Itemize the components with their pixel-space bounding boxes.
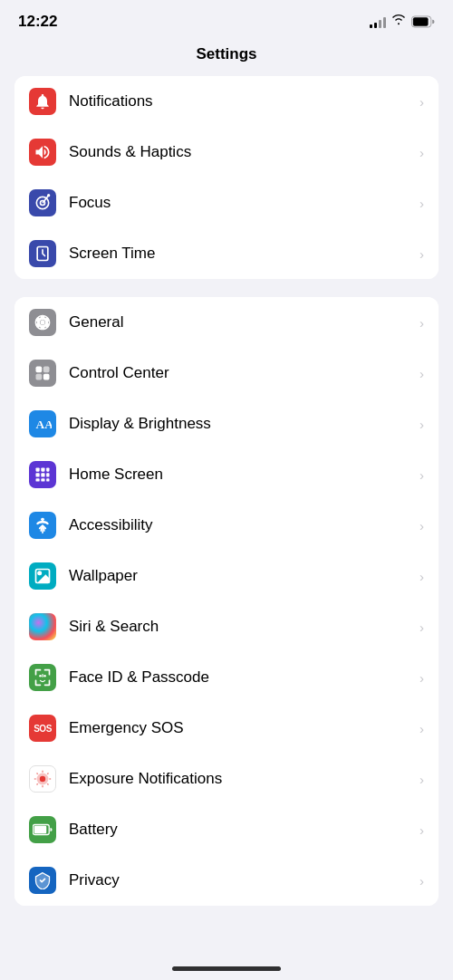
sounds-icon	[29, 139, 56, 166]
chevron-icon: ›	[419, 518, 424, 533]
svg-rect-15	[46, 473, 49, 476]
svg-rect-11	[41, 468, 44, 472]
home-screen-label: Home Screen	[69, 465, 412, 485]
wallpaper-icon	[29, 562, 56, 590]
general-label: General	[69, 312, 412, 332]
sidebar-item-privacy[interactable]: Privacy ›	[14, 855, 439, 906]
svg-rect-1	[413, 17, 429, 25]
control-center-label: Control Center	[69, 363, 412, 383]
emergency-sos-label: Emergency SOS	[69, 718, 412, 738]
sidebar-item-exposure[interactable]: Exposure Notifications ›	[14, 754, 439, 804]
svg-rect-36	[34, 826, 47, 833]
svg-text:AA: AA	[36, 418, 53, 431]
svg-rect-12	[46, 468, 49, 472]
page-title: Settings	[0, 38, 453, 76]
svg-line-31	[36, 773, 37, 773]
display-brightness-icon: AA	[29, 410, 56, 437]
chevron-icon: ›	[419, 315, 424, 331]
chevron-icon: ›	[419, 145, 424, 160]
svg-rect-17	[41, 478, 44, 481]
sidebar-item-focus[interactable]: Focus ›	[14, 178, 439, 228]
status-icons	[370, 14, 435, 30]
accessibility-label: Accessibility	[69, 515, 412, 535]
chevron-icon: ›	[419, 822, 424, 838]
focus-icon	[29, 189, 56, 216]
svg-point-2	[47, 194, 50, 197]
svg-rect-8	[43, 374, 50, 380]
svg-rect-7	[36, 374, 43, 380]
sidebar-item-emergency-sos[interactable]: SOS Emergency SOS ›	[14, 703, 439, 754]
privacy-label: Privacy	[69, 870, 412, 890]
notifications-icon	[29, 88, 56, 115]
notifications-label: Notifications	[69, 91, 412, 111]
svg-point-23	[39, 675, 42, 677]
wallpaper-label: Wallpaper	[69, 566, 412, 586]
chevron-icon: ›	[419, 366, 424, 381]
sidebar-item-screen-time[interactable]: Screen Time ›	[14, 228, 439, 279]
sidebar-item-sounds-haptics[interactable]: Sounds & Haptics ›	[14, 127, 439, 178]
chevron-icon: ›	[419, 569, 424, 584]
sidebar-item-siri-search[interactable]: Siri & Search ›	[14, 601, 439, 652]
sounds-haptics-label: Sounds & Haptics	[69, 142, 412, 162]
display-brightness-label: Display & Brightness	[69, 414, 412, 434]
home-screen-icon	[29, 461, 56, 488]
svg-point-20	[41, 518, 43, 521]
sidebar-item-wallpaper[interactable]: Wallpaper ›	[14, 551, 439, 601]
svg-rect-16	[36, 478, 40, 481]
general-icon	[29, 309, 56, 336]
chevron-icon: ›	[419, 417, 424, 432]
exposure-icon	[29, 765, 56, 793]
chevron-icon: ›	[419, 196, 424, 211]
svg-rect-13	[36, 473, 40, 476]
wifi-icon	[391, 14, 406, 30]
chevron-icon: ›	[419, 670, 424, 686]
face-id-icon	[29, 664, 56, 691]
chevron-icon: ›	[419, 721, 424, 736]
sidebar-item-general[interactable]: General ›	[14, 297, 439, 348]
svg-point-4	[41, 321, 45, 325]
sidebar-item-face-id[interactable]: Face ID & Passcode ›	[14, 652, 439, 703]
face-id-label: Face ID & Passcode	[69, 668, 412, 687]
chevron-icon: ›	[419, 873, 424, 889]
chevron-icon: ›	[419, 94, 424, 110]
svg-rect-18	[46, 478, 49, 481]
exposure-label: Exposure Notifications	[69, 769, 412, 789]
chevron-icon: ›	[419, 772, 424, 787]
svg-rect-10	[36, 468, 40, 472]
battery-icon	[29, 816, 56, 843]
svg-line-33	[47, 773, 48, 773]
svg-rect-5	[36, 367, 43, 373]
privacy-icon	[29, 867, 56, 894]
control-center-icon	[29, 360, 56, 387]
svg-line-34	[36, 783, 37, 784]
home-indicator	[172, 966, 281, 971]
svg-point-24	[43, 675, 46, 677]
battery-status-icon	[411, 15, 435, 28]
svg-point-21	[37, 571, 42, 575]
svg-line-32	[47, 783, 48, 784]
signal-icon	[370, 15, 386, 28]
svg-rect-6	[43, 367, 50, 373]
siri-icon	[29, 613, 56, 640]
sidebar-item-control-center[interactable]: Control Center ›	[14, 348, 439, 399]
chevron-icon: ›	[419, 620, 424, 635]
svg-rect-14	[41, 473, 44, 476]
chevron-icon: ›	[419, 246, 424, 262]
emergency-sos-icon: SOS	[29, 715, 56, 742]
status-time: 12:22	[18, 13, 57, 31]
battery-label: Battery	[69, 820, 412, 840]
accessibility-icon	[29, 512, 56, 539]
sidebar-item-battery[interactable]: Battery ›	[14, 804, 439, 855]
sidebar-item-notifications[interactable]: Notifications ›	[14, 76, 439, 127]
status-bar: 12:22	[0, 0, 453, 38]
siri-search-label: Siri & Search	[69, 617, 412, 637]
focus-label: Focus	[69, 193, 412, 213]
screen-time-icon	[29, 240, 56, 267]
settings-group-1: Notifications › Sounds & Haptics › Focus…	[14, 76, 439, 279]
sidebar-item-accessibility[interactable]: Accessibility ›	[14, 500, 439, 551]
sidebar-item-display-brightness[interactable]: AA Display & Brightness ›	[14, 399, 439, 449]
chevron-icon: ›	[419, 467, 424, 483]
sidebar-item-home-screen[interactable]: Home Screen ›	[14, 449, 439, 500]
screen-time-label: Screen Time	[69, 244, 412, 264]
svg-point-26	[37, 773, 49, 785]
